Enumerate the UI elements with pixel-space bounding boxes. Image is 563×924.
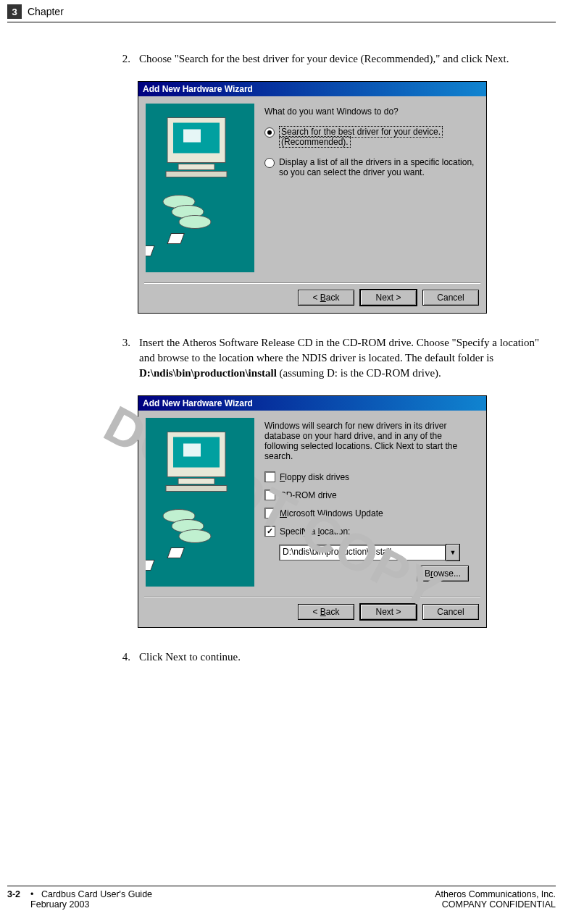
svg-point-8 (179, 216, 211, 229)
page-footer: 3-2 • Cardbus Card User's Guide February… (7, 880, 556, 910)
checkbox-specify-location[interactable]: ✓ Specify a location: (264, 526, 476, 537)
next-button[interactable]: Next > (360, 604, 417, 620)
svg-rect-16 (178, 479, 214, 484)
radio-option-list[interactable]: Display a list of all the drivers in a s… (264, 157, 476, 177)
step-number: 2. (109, 51, 139, 67)
checkbox-floppy[interactable]: Floppy disk drives (264, 471, 476, 482)
checkbox-icon (264, 471, 275, 482)
checkbox-cdrom[interactable]: CD-ROM drive (264, 490, 476, 500)
wizard-titlebar: Add New Hardware Wizard (138, 82, 486, 96)
svg-point-20 (179, 530, 211, 543)
cancel-button[interactable]: Cancel (422, 290, 479, 306)
main-content: 2. Choose "Search for the best driver fo… (0, 22, 563, 665)
footer-title: Cardbus Card User's Guide (41, 889, 152, 899)
step-text: Choose "Search for the best driver for y… (139, 51, 549, 67)
back-button[interactable]: < Back (298, 290, 354, 306)
step-4: 4. Click Next to continue. (109, 650, 549, 665)
step-2: 2. Choose "Search for the best driver fo… (109, 51, 549, 67)
checkbox-icon-checked: ✓ (264, 526, 275, 537)
wizard-dialog-2: Add New Hardware Wizard (138, 395, 487, 628)
radio-label: Display a list of all the drivers in a s… (279, 157, 476, 177)
svg-rect-3 (183, 130, 201, 143)
step-number: 3. (109, 335, 139, 381)
svg-rect-5 (166, 172, 227, 177)
step-3: 3. Insert the Atheros Software Release C… (109, 335, 549, 381)
footer-confidential: COMPANY CONFIDENTIAL (435, 899, 556, 910)
wizard-titlebar: Add New Hardware Wizard (138, 396, 486, 411)
radio-label: Search for the best driver for your devi… (279, 127, 476, 147)
chapter-label: Chapter (28, 6, 64, 17)
footer-bullet: • (30, 889, 33, 899)
wizard-graphic (146, 104, 254, 272)
wizard-dialog-1: Add New Hardware Wizard (138, 81, 487, 314)
svg-rect-15 (183, 444, 201, 457)
dropdown-button[interactable]: ▼ (446, 544, 460, 561)
svg-rect-4 (178, 164, 214, 170)
wizard-graphic (146, 418, 254, 587)
next-button[interactable]: Next > (360, 290, 417, 306)
wizard-prompt: Windows will search for new drivers in i… (264, 421, 476, 461)
browse-button[interactable]: Browse... (417, 566, 469, 581)
location-input[interactable]: D:\ndis\bin\production\install (279, 545, 446, 560)
footer-date: February 2003 (30, 899, 89, 910)
checkbox-icon (264, 508, 275, 518)
page-number: 3-2 (7, 889, 20, 910)
checkbox-windows-update[interactable]: Microsoft Windows Update (264, 508, 476, 518)
radio-icon (264, 158, 275, 168)
step-number: 4. (109, 650, 139, 665)
radio-option-recommended[interactable]: Search for the best driver for your devi… (264, 127, 476, 147)
step-text: Insert the Atheros Software Release CD i… (139, 335, 549, 381)
radio-icon (264, 127, 275, 138)
page-header: 3 Chapter (0, 0, 563, 22)
back-button[interactable]: < Back (298, 604, 354, 620)
step-text: Click Next to continue. (139, 650, 549, 665)
checkbox-icon (264, 490, 275, 500)
footer-rule (7, 886, 556, 886)
svg-rect-17 (166, 486, 227, 492)
cancel-button[interactable]: Cancel (422, 604, 479, 620)
chapter-number-tab: 3 (7, 4, 22, 19)
footer-company: Atheros Communications, Inc. (435, 889, 556, 899)
wizard-prompt: What do you want Windows to do? (264, 106, 476, 117)
